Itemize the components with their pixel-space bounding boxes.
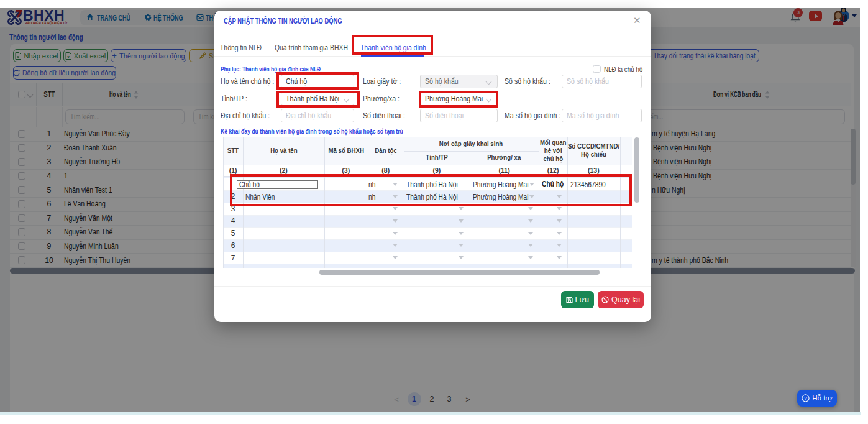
svg-text:?: ? [805,395,808,401]
